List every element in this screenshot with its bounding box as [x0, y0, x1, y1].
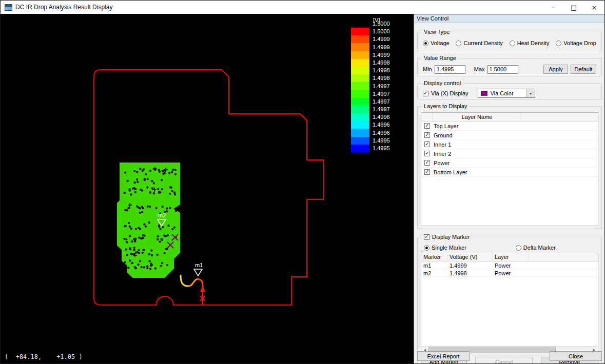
radio-icon	[510, 41, 515, 46]
marker-row[interactable]: m21.4998Power	[421, 269, 598, 277]
legend-color-segment	[351, 145, 369, 152]
marker-mode-options: Single MarkerDelta Marker	[418, 245, 601, 251]
marker-m2-label: m2	[158, 212, 166, 218]
legend-value-label: 1.4999	[373, 44, 399, 51]
marker-row[interactable]: m11.4999Power	[421, 261, 598, 269]
legend-color-segment	[351, 106, 369, 113]
legend-value-label: 1.4999	[373, 51, 399, 59]
view-type-group: View Type VoltageCurrent DensityHeat Den…	[417, 32, 602, 51]
layers-group: Layers to Display Layer Name Top LayerGr…	[417, 106, 602, 229]
legend-color-segment	[351, 113, 369, 121]
panel-title: View Control	[414, 14, 605, 23]
excel-report-button[interactable]: Excel Report	[417, 351, 470, 361]
layer-checkbox[interactable]	[424, 132, 430, 138]
marker-m1-label: m1	[195, 262, 203, 268]
layer-checkbox[interactable]	[424, 123, 430, 129]
layer-checkbox[interactable]	[424, 151, 430, 156]
layer-row-inner-2[interactable]: Inner 2	[421, 149, 598, 158]
via-color-dropdown[interactable]: Via Color ▼	[478, 89, 535, 98]
layer-label: Ground	[434, 132, 453, 138]
display-control-group: Display control Via (X) Display Via Colo…	[417, 83, 602, 99]
min-input[interactable]	[435, 65, 465, 74]
layer-row-power[interactable]: Power	[421, 158, 598, 168]
minimize-button[interactable]: –	[543, 1, 563, 14]
layers-rows: Top LayerGroundInner 1Inner 2PowerBottom…	[421, 122, 598, 177]
probe-arrow-icon	[200, 286, 205, 305]
layer-row-ground[interactable]: Ground	[421, 131, 598, 140]
display-marker-group: Display Marker Single MarkerDelta Marker…	[417, 237, 602, 364]
display-marker-legend: Display Marker	[422, 234, 472, 240]
maximize-button[interactable]: □	[563, 1, 584, 14]
marker-col-header-filler	[529, 253, 598, 261]
radio-voltage[interactable]: Voltage	[423, 40, 450, 46]
analysis-canvas[interactable]: m2 m1 [V] 1.50001.50001.49991.49991.4999…	[1, 14, 414, 364]
legend-value-label: 1.5000	[373, 20, 399, 28]
legend-color-segment	[351, 82, 369, 90]
legend-value-label: 1.4998	[373, 59, 399, 67]
marker-m1[interactable]: m1	[194, 262, 203, 276]
close-button[interactable]: Close	[550, 351, 602, 361]
legend-value-label: 1.4998	[373, 74, 399, 82]
window-controls: – □ ×	[543, 1, 604, 14]
legend-value-label: 1.4996	[373, 129, 399, 137]
marker-cell: m2	[421, 270, 447, 276]
radio-label: Delta Marker	[523, 245, 556, 251]
default-button[interactable]: Default	[571, 65, 596, 74]
radio-label: Current Density	[463, 40, 502, 46]
via-display-checkbox[interactable]	[423, 91, 428, 96]
marker-col-header: Voltage (V)	[447, 253, 493, 261]
layers-legend: Layers to Display	[422, 103, 469, 109]
legend-value-label: 1.4997	[373, 106, 399, 113]
layer-checkbox[interactable]	[424, 160, 430, 166]
radio-label: Voltage	[431, 40, 450, 46]
marker-table-header: MarkerVoltage (V)Layer	[421, 253, 598, 261]
legend-color-segment	[351, 59, 369, 67]
radio-delta-marker[interactable]: Delta Marker	[516, 245, 556, 251]
apply-button[interactable]: Apply	[543, 65, 568, 74]
legend-value-label: 1.4997	[373, 90, 399, 98]
radio-voltage-drop[interactable]: Voltage Drop	[556, 40, 596, 46]
layers-header-filler	[521, 113, 598, 121]
display-marker-checkbox[interactable]	[424, 234, 430, 240]
max-label: Max	[474, 66, 485, 72]
chevron-down-icon[interactable]: ▼	[526, 89, 535, 97]
legend-color-segment	[351, 43, 369, 51]
radio-current-density[interactable]: Current Density	[456, 40, 502, 46]
legend-value-label: 1.4997	[373, 83, 399, 90]
display-marker-label: Display Marker	[432, 234, 470, 240]
legend-color-segment	[351, 35, 369, 43]
max-input[interactable]	[487, 65, 518, 74]
close-window-button[interactable]: ×	[584, 1, 604, 14]
layer-row-inner-1[interactable]: Inner 1	[421, 140, 598, 149]
marker-table-rows: m11.4999Powerm21.4998Power	[421, 261, 598, 277]
radio-icon	[556, 41, 561, 46]
value-range-group: Value Range Min Max Apply Default	[417, 58, 602, 76]
view-type-legend: View Type	[422, 29, 452, 35]
legend-color-bar	[351, 28, 369, 152]
marker-cell: Power	[493, 270, 529, 276]
radio-heat-density[interactable]: Heat Density	[510, 40, 550, 46]
layers-header-name[interactable]: Layer Name	[433, 113, 521, 121]
legend-color-segment	[351, 98, 369, 106]
layer-row-bottom-layer[interactable]: Bottom Layer	[421, 168, 598, 177]
layers-list[interactable]: Layer Name Top LayerGroundInner 1Inner 2…	[421, 112, 598, 226]
layer-row-top-layer[interactable]: Top Layer	[421, 122, 598, 131]
via-color-label: Via Color	[491, 90, 526, 96]
legend-value-label: 1.5000	[373, 28, 399, 35]
legend-color-segment	[351, 137, 369, 145]
marker-table[interactable]: MarkerVoltage (V)Layer m11.4999Powerm21.…	[421, 253, 598, 353]
legend-value-label: 1.4995	[373, 145, 399, 152]
legend-value-label: 1.4998	[373, 67, 399, 74]
value-range-row: Min Max Apply Default	[418, 65, 601, 74]
layer-checkbox[interactable]	[424, 141, 430, 147]
layer-checkbox[interactable]	[424, 169, 430, 175]
view-type-options: VoltageCurrent DensityHeat DensityVoltag…	[418, 40, 601, 46]
layer-label: Inner 1	[434, 141, 451, 148]
view-control-panel: View Control View Type VoltageCurrent De…	[414, 14, 605, 364]
radio-icon	[516, 245, 521, 251]
app-window: DC IR Drop Analysis Result Display – □ ×	[0, 0, 605, 364]
radio-label: Heat Density	[517, 40, 550, 46]
app-icon	[5, 4, 12, 11]
current-trace	[181, 275, 203, 287]
radio-single-marker[interactable]: Single Marker	[424, 245, 466, 251]
